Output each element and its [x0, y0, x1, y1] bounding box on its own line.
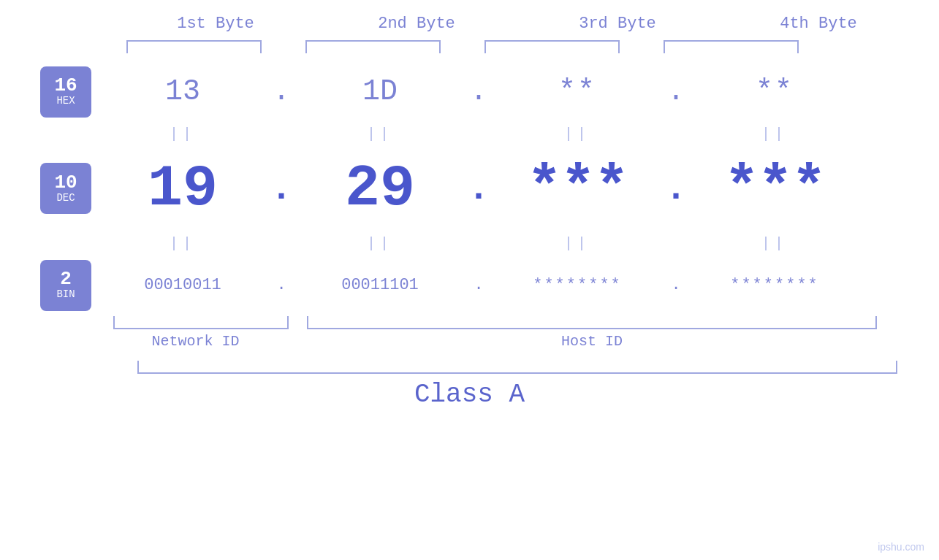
hex-b1: 13 [102, 75, 263, 108]
dec-dot1: . [263, 168, 300, 210]
bin-b3: ******** [497, 276, 658, 294]
bin-dot1: . [263, 276, 300, 294]
eq1-b4: || [694, 126, 855, 142]
eq1-b2: || [300, 126, 460, 142]
eq1-b3: || [497, 126, 658, 142]
dec-b1: 19 [102, 156, 263, 222]
dec-badge-col: 10 DEC [0, 163, 102, 214]
main-container: 1st Byte 2nd Byte 3rd Byte 4th Byte 16 H… [0, 0, 939, 560]
bin-b4: ******** [694, 276, 855, 294]
hex-badge-num: 16 [54, 76, 77, 95]
hex-dot1: . [263, 75, 300, 108]
bin-badge: 2 BIN [40, 260, 91, 311]
bottom-brackets [102, 316, 939, 329]
bracket-top-b3 [484, 40, 620, 53]
hex-dot3: . [658, 75, 694, 108]
bin-dot3: . [658, 276, 694, 294]
eq2-b3: || [497, 235, 658, 252]
host-id-label: Host ID [307, 333, 877, 350]
dec-values-row: 19 . 29 . *** . *** [102, 156, 939, 222]
hex-badge: 16 HEX [40, 66, 91, 118]
dec-badge: 10 DEC [40, 163, 91, 214]
bin-values-row: 00010011 . 00011101 . ******** . *******… [102, 276, 939, 294]
dec-dot2: . [460, 168, 497, 210]
byte-headers: 1st Byte 2nd Byte 3rd Byte 4th Byte [115, 15, 919, 33]
hex-b2: 1D [300, 75, 460, 108]
eq2-b4: || [694, 235, 855, 252]
hex-b3: ** [497, 75, 658, 108]
class-bracket [137, 361, 897, 374]
byte2-header: 2nd Byte [336, 15, 497, 33]
id-labels: Network ID Host ID [102, 333, 939, 350]
bin-badge-label: BIN [56, 288, 75, 301]
class-label: Class A [0, 380, 939, 410]
dec-b4: *** [694, 156, 855, 222]
eq2-b2: || [300, 235, 460, 252]
hex-badge-label: HEX [56, 95, 75, 107]
dec-badge-label: DEC [56, 192, 75, 204]
eq1-b1: || [102, 126, 263, 142]
bracket-top-b2 [305, 40, 441, 53]
bin-b1: 00010011 [102, 276, 263, 294]
eq2-b1: || [102, 235, 263, 252]
bin-badge-num: 2 [60, 269, 72, 288]
dec-b2: 29 [300, 156, 460, 222]
hex-values-row: 13 . 1D . ** . ** [102, 75, 939, 108]
watermark: ipshu.com [878, 541, 924, 553]
hex-b4: ** [694, 75, 855, 108]
byte1-header: 1st Byte [135, 15, 296, 33]
bin-b2: 00011101 [300, 276, 460, 294]
bracket-bottom-host [307, 316, 877, 329]
hex-badge-col: 16 HEX [0, 66, 102, 118]
byte4-header: 4th Byte [738, 15, 899, 33]
dec-dot3: . [658, 168, 694, 210]
byte3-header: 3rd Byte [537, 15, 698, 33]
dec-b3: *** [497, 156, 658, 222]
network-id-label: Network ID [102, 333, 289, 350]
bracket-top-b1 [126, 40, 262, 53]
bracket-bottom-network [113, 316, 289, 329]
hex-dot2: . [460, 75, 497, 108]
bin-dot2: . [460, 276, 497, 294]
bracket-top-b4 [664, 40, 799, 53]
dec-badge-num: 10 [54, 173, 77, 192]
bin-badge-col: 2 BIN [0, 260, 102, 311]
